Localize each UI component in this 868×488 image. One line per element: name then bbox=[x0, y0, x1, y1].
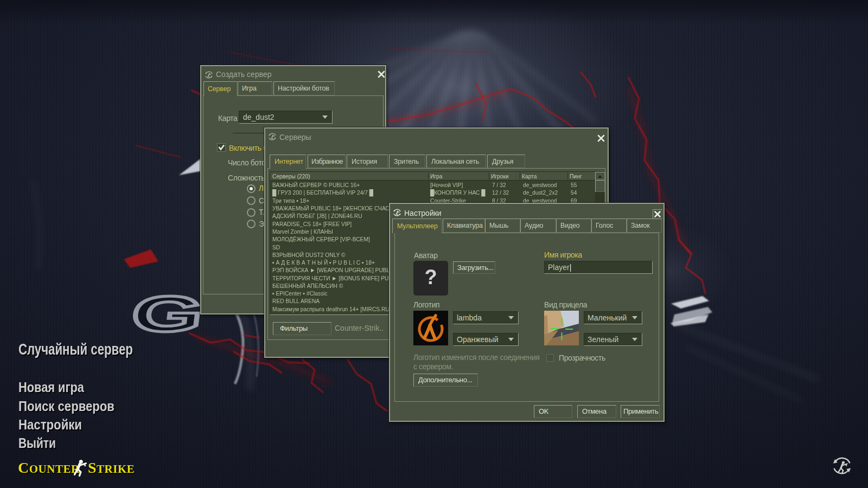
svg-text:G: G bbox=[128, 286, 206, 342]
